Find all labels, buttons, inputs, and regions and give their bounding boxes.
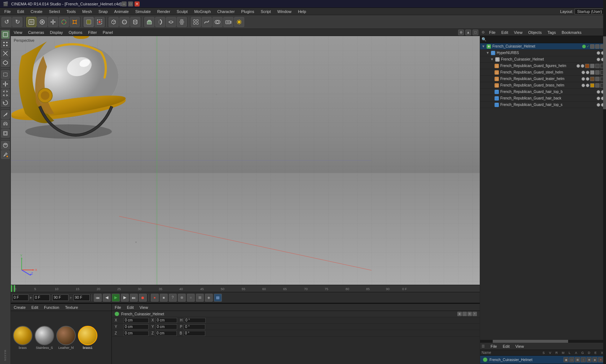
vp-menu-view[interactable]: View bbox=[12, 30, 24, 35]
attr-x-rot[interactable] bbox=[155, 318, 177, 323]
obj-menu-bookmarks[interactable]: Bookmarks bbox=[560, 30, 583, 35]
menu-edit[interactable]: Edit bbox=[14, 9, 27, 14]
tool-points[interactable] bbox=[1, 40, 10, 48]
extrude-button[interactable] bbox=[144, 17, 154, 27]
anim-mode-3[interactable]: ? bbox=[169, 294, 177, 302]
tag-fig-2[interactable] bbox=[590, 64, 594, 68]
tool-magnet[interactable] bbox=[1, 120, 10, 128]
mat-row-icon-3[interactable]: ⊠ bbox=[575, 357, 580, 362]
tag-steel-2[interactable] bbox=[595, 70, 600, 75]
menu-file[interactable]: File bbox=[1, 9, 14, 14]
mat-hdr-view[interactable]: View bbox=[514, 344, 526, 349]
obj-menu-file[interactable]: File bbox=[488, 30, 497, 35]
obj-row-root[interactable]: ▼ ◆ French_Cuirassier_Helmet ✓ bbox=[480, 43, 606, 50]
frame-max-input[interactable] bbox=[74, 294, 90, 301]
undo-button[interactable]: ↺ bbox=[1, 17, 12, 27]
mat-menu-function[interactable]: Function bbox=[43, 305, 61, 310]
obj-row-brass[interactable]: △ French_Republican_Guard_brass_helm bbox=[480, 82, 606, 89]
attr-z-pos[interactable] bbox=[123, 331, 149, 336]
obj-menu-tags[interactable]: Tags bbox=[546, 30, 557, 35]
anim-mode-4[interactable]: ⊕ bbox=[178, 294, 186, 302]
attr-b-val[interactable] bbox=[184, 331, 205, 336]
anim-step-forward[interactable]: ▶ bbox=[121, 294, 129, 302]
menu-simulate[interactable]: Simulate bbox=[132, 9, 154, 14]
mat-hdr-file[interactable]: File bbox=[489, 344, 499, 349]
mat-swatch-stainless[interactable] bbox=[35, 326, 54, 345]
frame-current-input[interactable] bbox=[12, 294, 28, 301]
attr-p-val[interactable] bbox=[184, 324, 205, 329]
anim-goto-start[interactable]: ⏮ bbox=[94, 294, 102, 302]
close-button[interactable]: ✕ bbox=[135, 1, 140, 6]
mat-swatch-brass[interactable] bbox=[13, 326, 32, 345]
tag-steel-1[interactable] bbox=[590, 70, 594, 75]
tag-fig-3[interactable] bbox=[595, 64, 600, 68]
mat-hdr-edit[interactable]: Edit bbox=[501, 344, 511, 349]
obj-menu-edit[interactable]: Edit bbox=[500, 30, 510, 35]
spline-button[interactable] bbox=[202, 17, 212, 27]
obj-row-group[interactable]: ▼ ⊞ French_Cuirassier_Helmet bbox=[480, 56, 606, 63]
mat-row-icon-6[interactable]: ◈ bbox=[592, 357, 597, 362]
obj-row-hair-back[interactable]: ⌒ French_Republican_Guard_hair_back bbox=[480, 95, 606, 102]
layout-value[interactable]: Startup (User) bbox=[575, 9, 605, 14]
select-object-button[interactable] bbox=[37, 17, 47, 27]
new-object-button[interactable] bbox=[84, 17, 94, 27]
maximize-button[interactable]: □ bbox=[128, 1, 133, 6]
right-panel-scrollbar[interactable] bbox=[603, 0, 606, 364]
menu-snap[interactable]: Snap bbox=[96, 9, 111, 14]
sweep-button[interactable] bbox=[166, 17, 176, 27]
anim-mode-5[interactable]: ○ bbox=[187, 294, 195, 302]
tag-leat-1[interactable] bbox=[590, 77, 594, 81]
scrollbar-thumb[interactable] bbox=[493, 340, 568, 343]
tool-rotate[interactable] bbox=[1, 98, 10, 107]
vp-menu-panel[interactable]: Panel bbox=[101, 30, 114, 35]
object-tree-scrollbar[interactable] bbox=[480, 340, 606, 343]
boolean-button[interactable] bbox=[212, 17, 223, 27]
cube-button[interactable] bbox=[109, 17, 119, 27]
mat-swatch-brass1[interactable] bbox=[78, 326, 97, 345]
vp-ctrl-3[interactable]: □ bbox=[473, 30, 478, 35]
menu-plugins[interactable]: Plugins bbox=[238, 9, 257, 14]
menu-mograph[interactable]: MoGraph bbox=[191, 9, 214, 14]
anim-step-back[interactable]: ◀ bbox=[103, 294, 111, 302]
attr-h-val[interactable] bbox=[184, 318, 206, 323]
attr-menu-file[interactable]: File bbox=[113, 305, 123, 310]
attr-z-rot[interactable] bbox=[155, 331, 177, 336]
frame-display-input[interactable] bbox=[34, 294, 50, 301]
tag-brass-1[interactable] bbox=[590, 83, 594, 88]
menu-select[interactable]: Select bbox=[46, 9, 63, 14]
material-selected-row[interactable]: French_Cuirassier_Helmet ◉ □ ⊠ ⋮ ⊕ ◈ ✕ bbox=[480, 356, 606, 364]
obj-row-figures[interactable]: △ French_Republican_Guard_figures_helm bbox=[480, 63, 606, 69]
redo-button[interactable]: ↻ bbox=[12, 17, 22, 27]
obj-row-hair-top-b[interactable]: ⌒ French_Republican_Guard_hair_top_b bbox=[480, 89, 606, 95]
obj-menu-objects[interactable]: Objects bbox=[527, 30, 543, 35]
tool-extrude-inner[interactable] bbox=[1, 129, 10, 138]
viewport-canvas[interactable]: Perspective bbox=[11, 36, 480, 285]
mat-swatch-leather[interactable] bbox=[56, 326, 76, 345]
tag-brass-2[interactable] bbox=[595, 83, 600, 88]
select-model-button[interactable] bbox=[26, 17, 36, 27]
cylinder-button[interactable] bbox=[130, 17, 140, 27]
tool-polygons[interactable] bbox=[1, 58, 10, 67]
menu-sculpt[interactable]: Sculpt bbox=[174, 9, 191, 14]
tool-move[interactable] bbox=[1, 80, 10, 88]
camera-button[interactable] bbox=[223, 17, 233, 27]
menu-character[interactable]: Character bbox=[214, 9, 237, 14]
mat-row-icon-2[interactable]: □ bbox=[569, 357, 574, 362]
menu-script[interactable]: Script bbox=[258, 9, 274, 14]
tool-select-live[interactable] bbox=[1, 70, 10, 79]
lathe-button[interactable] bbox=[155, 17, 165, 27]
anim-record[interactable]: ⏺ bbox=[139, 294, 147, 302]
menu-animate[interactable]: Animate bbox=[111, 9, 132, 14]
obj-menu-view[interactable]: View bbox=[513, 30, 524, 35]
attr-icon-2[interactable]: □ bbox=[462, 312, 467, 316]
vp-menu-filter[interactable]: Filter bbox=[87, 30, 98, 35]
light-button[interactable] bbox=[234, 17, 244, 27]
menu-mesh[interactable]: Mesh bbox=[79, 9, 95, 14]
attr-menu-edit[interactable]: Edit bbox=[126, 305, 135, 310]
menu-help[interactable]: Help bbox=[295, 9, 309, 14]
attr-y-pos[interactable] bbox=[123, 324, 149, 329]
obj-row-leater[interactable]: △ French_Republican_Guard_leater_helm bbox=[480, 76, 606, 82]
obj-row-steel[interactable]: △ French_Republican_Guard_steel_helm bbox=[480, 69, 606, 76]
vp-menu-cameras[interactable]: Cameras bbox=[27, 30, 46, 35]
vp-ctrl-2[interactable]: ▲ bbox=[465, 30, 471, 35]
